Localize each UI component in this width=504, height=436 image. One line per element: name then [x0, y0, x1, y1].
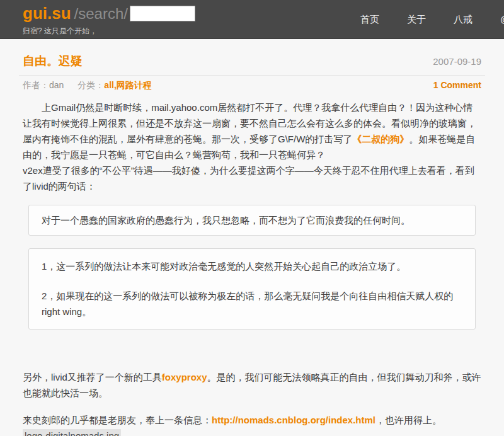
search-input[interactable] [130, 6, 195, 21]
post-title-link[interactable]: 自由。迟疑 [23, 53, 83, 69]
text-segment: 另外，livid又推荐了一个新的工具 [23, 372, 162, 382]
nav-item-home[interactable]: 首页 [360, 14, 379, 26]
site-tagline: 归宿? 这只是个开始， [23, 26, 97, 37]
text-segment: ，也许用得上。 [375, 415, 442, 425]
paragraph-3: 另外，livid又推荐了一个新的工具foxyproxy。是的，我们可能无法领略真… [23, 369, 481, 401]
inline-link[interactable]: http://nomads.cnblog.org/index.html [212, 415, 375, 425]
site-logo[interactable]: gui.su [23, 4, 71, 23]
paragraph-1: 上Gmail仍然是时断时续，mail.yahoo.com居然都打不开了。代理？我… [23, 100, 481, 163]
inline-link[interactable]: 《二叔的狗》 [352, 134, 409, 144]
broken-image-alt-line: logo-digitalnomads.jpg [23, 428, 481, 436]
quote-item-2: 2，如果现在的这一系列的做法可以被称为极左的话，那么毫无疑问我是个向往自由相信天… [42, 288, 462, 319]
post-date: 2007-09-19 [433, 56, 481, 67]
search-path-label: /search/ [74, 5, 128, 23]
nav-item-at[interactable]: @ [500, 14, 504, 26]
text-segment: 来史刻郎的几乎都是老朋友，奉上一条信息： [23, 415, 212, 425]
nav-item-about[interactable]: 关于 [407, 14, 426, 26]
quote-text: 对于一个愚蠢的国家政府的愚蠢行为，我只想忽略，而不想为了它而浪费我的任何时间。 [42, 212, 462, 228]
site-header: gui.su /search/ 归宿? 这只是个开始， 首页 关于 八戒 @ [0, 0, 504, 39]
nav-item-bajie[interactable]: 八戒 [454, 14, 472, 26]
title-row: 自由。迟疑 2007-09-19 [19, 53, 485, 76]
blockquote-1: 对于一个愚蠢的国家政府的愚蠢行为，我只想忽略，而不想为了它而浪费我的任何时间。 [28, 205, 476, 236]
main-nav: 首页 关于 八戒 @ [360, 14, 504, 26]
post-body: 上Gmail仍然是时断时续，mail.yahoo.com居然都打不开了。代理？我… [23, 100, 481, 436]
logo-row: gui.su /search/ [23, 4, 195, 23]
post-header: 自由。迟疑 2007-09-19 作者：dan分类：all,网路计程 1 Com… [19, 39, 485, 91]
post-meta-row: 作者：dan分类：all,网路计程 1 Comment [19, 76, 485, 91]
paragraph-2: v2ex遭受了很多的“不公平”待遇——我好傻，为什么要提这两个字——今天终于忍不… [23, 163, 481, 194]
author-label: 作者： [23, 80, 49, 90]
comments-link[interactable]: 1 Comment [433, 80, 481, 91]
post-meta: 作者：dan分类：all,网路计程 [23, 80, 152, 91]
blockquote-2: 1，这一系列的做法让本来可能对政治毫无感觉的人突然开始关心起自己的政治立场了。 … [28, 248, 476, 330]
broken-image-alt: logo-digitalnomads.jpg [23, 429, 121, 436]
inline-link[interactable]: foxyproxy [162, 372, 207, 382]
paragraph-4: 来史刻郎的几乎都是老朋友，奉上一条信息：http://nomads.cnblog… [23, 412, 481, 428]
author-name: dan [49, 80, 64, 90]
category-links[interactable]: all,网路计程 [104, 80, 151, 90]
quote-item-1: 1，这一系列的做法让本来可能对政治毫无感觉的人突然开始关心起自己的政治立场了。 [42, 258, 462, 274]
category-label: 分类： [77, 80, 104, 90]
